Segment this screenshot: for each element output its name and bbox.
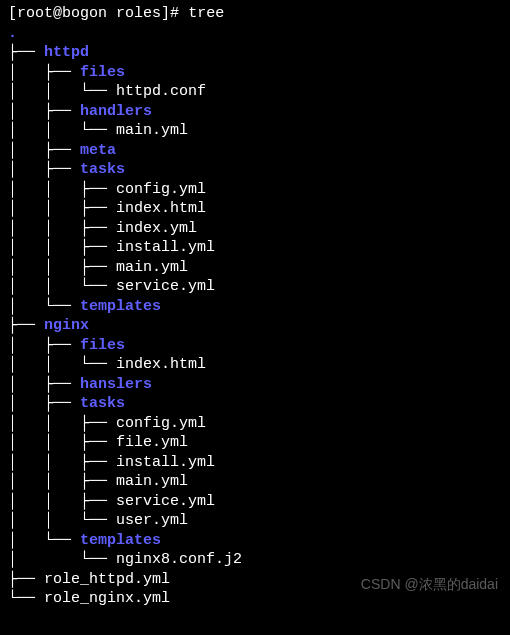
- tree-branch: │ │ ├──: [8, 454, 116, 471]
- tree-line: │ ├── tasks: [8, 394, 502, 414]
- tree-branch: │ │ ├──: [8, 493, 116, 510]
- tree-line: │ ├── hanslers: [8, 375, 502, 395]
- tree-line: │ ├── files: [8, 336, 502, 356]
- file-name: config.yml: [116, 415, 206, 432]
- tree-line: │ │ ├── service.yml: [8, 492, 502, 512]
- file-name: httpd.conf: [116, 83, 206, 100]
- prompt-at: @: [53, 5, 62, 22]
- tree-branch: ├──: [8, 44, 44, 61]
- tree-branch: │ ├──: [8, 376, 80, 393]
- tree-branch: │ │ ├──: [8, 200, 116, 217]
- tree-branch: │ │ └──: [8, 122, 116, 139]
- file-name: nginx8.conf.j2: [116, 551, 242, 568]
- tree-line: │ ├── meta: [8, 141, 502, 161]
- directory-name: files: [80, 337, 125, 354]
- tree-branch: │ └──: [8, 532, 80, 549]
- tree-line: │ │ └── main.yml: [8, 121, 502, 141]
- directory-name: templates: [80, 532, 161, 549]
- tree-line: │ │ ├── index.html: [8, 199, 502, 219]
- tree-branch: │ └──: [8, 551, 116, 568]
- tree-line: │ │ ├── config.yml: [8, 180, 502, 200]
- tree-branch: ├──: [8, 317, 44, 334]
- directory-name: templates: [80, 298, 161, 315]
- tree-branch: │ │ └──: [8, 278, 116, 295]
- tree-branch: │ │ └──: [8, 356, 116, 373]
- tree-branch: │ │ ├──: [8, 239, 116, 256]
- directory-name: httpd: [44, 44, 89, 61]
- tree-line: │ └── templates: [8, 297, 502, 317]
- tree-output: ├── httpd│ ├── files│ │ └── httpd.conf│ …: [8, 43, 502, 609]
- tree-branch: │ ├──: [8, 142, 80, 159]
- tree-branch: │ │ ├──: [8, 220, 116, 237]
- file-name: config.yml: [116, 181, 206, 198]
- tree-branch: │ ├──: [8, 64, 80, 81]
- file-name: role_httpd.yml: [44, 571, 170, 588]
- tree-branch: │ │ ├──: [8, 259, 116, 276]
- tree-line: │ │ ├── config.yml: [8, 414, 502, 434]
- tree-branch: │ │ └──: [8, 512, 116, 529]
- tree-line: │ │ └── index.html: [8, 355, 502, 375]
- prompt-symbol: #: [170, 5, 179, 22]
- directory-name: tasks: [80, 161, 125, 178]
- tree-branch: │ │ ├──: [8, 181, 116, 198]
- tree-branch: │ ├──: [8, 103, 80, 120]
- watermark: CSDN @浓黑的daidai: [361, 575, 498, 593]
- directory-name: handlers: [80, 103, 152, 120]
- tree-line: │ │ └── service.yml: [8, 277, 502, 297]
- file-name: service.yml: [116, 493, 215, 510]
- file-name: main.yml: [116, 122, 188, 139]
- directory-name: files: [80, 64, 125, 81]
- tree-line: ├── nginx: [8, 316, 502, 336]
- tree-line: │ │ ├── index.yml: [8, 219, 502, 239]
- tree-branch: │ └──: [8, 298, 80, 315]
- prompt-close-bracket: ]: [161, 5, 170, 22]
- tree-line: ├── httpd: [8, 43, 502, 63]
- tree-line: │ │ ├── main.yml: [8, 258, 502, 278]
- command: tree: [188, 5, 224, 22]
- tree-line: │ │ ├── install.yml: [8, 238, 502, 258]
- file-name: service.yml: [116, 278, 215, 295]
- tree-branch: │ │ ├──: [8, 415, 116, 432]
- file-name: role_nginx.yml: [44, 590, 170, 607]
- file-name: install.yml: [116, 239, 215, 256]
- tree-line: │ │ ├── main.yml: [8, 472, 502, 492]
- tree-branch: └──: [8, 590, 44, 607]
- file-name: user.yml: [116, 512, 188, 529]
- tree-line: │ │ ├── file.yml: [8, 433, 502, 453]
- directory-name: hanslers: [80, 376, 152, 393]
- tree-line: │ ├── files: [8, 63, 502, 83]
- tree-line: │ └── nginx8.conf.j2: [8, 550, 502, 570]
- file-name: index.html: [116, 356, 206, 373]
- tree-branch: │ ├──: [8, 337, 80, 354]
- file-name: index.html: [116, 200, 206, 217]
- tree-branch: │ │ ├──: [8, 434, 116, 451]
- directory-name: nginx: [44, 317, 89, 334]
- directory-name: meta: [80, 142, 116, 159]
- file-name: file.yml: [116, 434, 188, 451]
- tree-branch: │ ├──: [8, 395, 80, 412]
- file-name: index.yml: [116, 220, 197, 237]
- prompt-user: root: [17, 5, 53, 22]
- file-name: main.yml: [116, 473, 188, 490]
- tree-line: │ ├── tasks: [8, 160, 502, 180]
- tree-branch: ├──: [8, 571, 44, 588]
- prompt-dir: roles: [116, 5, 161, 22]
- tree-root: .: [8, 24, 502, 44]
- directory-name: tasks: [80, 395, 125, 412]
- tree-branch: │ │ ├──: [8, 473, 116, 490]
- tree-branch: │ ├──: [8, 161, 80, 178]
- prompt-host: bogon: [62, 5, 107, 22]
- prompt-open-bracket: [: [8, 5, 17, 22]
- tree-line: │ │ └── httpd.conf: [8, 82, 502, 102]
- shell-prompt[interactable]: [root@bogon roles]# tree: [8, 4, 502, 24]
- tree-line: │ └── templates: [8, 531, 502, 551]
- tree-line: │ ├── handlers: [8, 102, 502, 122]
- tree-line: │ │ ├── install.yml: [8, 453, 502, 473]
- tree-branch: │ │ └──: [8, 83, 116, 100]
- tree-line: │ │ └── user.yml: [8, 511, 502, 531]
- file-name: install.yml: [116, 454, 215, 471]
- file-name: main.yml: [116, 259, 188, 276]
